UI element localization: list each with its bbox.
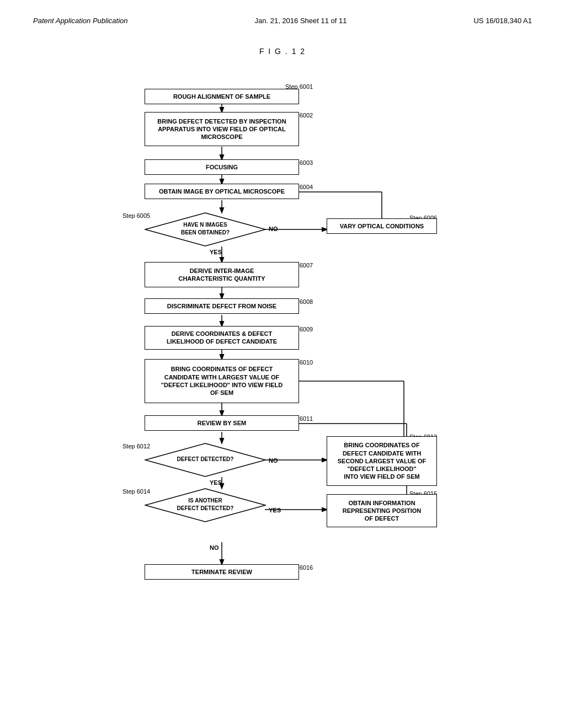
svg-text:IS ANOTHER: IS ANOTHER [188,497,222,504]
box-focusing: FOCUSING [145,159,299,175]
svg-text:DEFECT DETECTED?: DEFECT DETECTED? [177,505,234,511]
header-patent-number: US 16/018,340 A1 [473,17,532,25]
page: Patent Application Publication Jan. 21, … [0,0,565,728]
box-discriminate: DISCRIMINATE DEFECT FROM NOISE [145,298,299,314]
box-rough-alignment: ROUGH ALIGNMENT OF SAMPLE [145,89,299,104]
header-publication: Patent Application Publication [33,17,128,25]
figure-title: F I G . 1 2 [33,47,532,56]
label-yes-6014: YES [269,507,281,513]
box-obtain-info: OBTAIN INFORMATIONREPRESENTING POSITIONO… [327,494,437,527]
label-no-6014: NO [210,544,219,551]
box-terminate: TERMINATE REVIEW [145,564,299,580]
header-date-sheet: Jan. 21, 2016 Sheet 11 of 11 [255,17,347,25]
diamond-defect-detected: DEFECT DETECTED? [145,443,266,477]
flowchart: Step 6001 ROUGH ALIGNMENT OF SAMPLE Step… [89,72,476,596]
label-no-6005: NO [269,226,278,232]
svg-text:DEFECT DETECTED?: DEFECT DETECTED? [177,456,234,462]
box-derive-coords: DERIVE COORDINATES & DEFECTLIKELIHOOD OF… [145,326,299,350]
box-derive-inter: DERIVE INTER-IMAGECHARACTERISTIC QUANTIT… [145,262,299,287]
diamond-have-n-images: HAVE N IMAGES BEEN OBTAINED? [145,212,266,247]
box-vary-optical: VARY OPTICAL CONDITIONS [327,218,437,234]
box-bring-defect: BRING DEFECT DETECTED BY INSPECTIONAPPAR… [145,112,299,146]
page-header: Patent Application Publication Jan. 21, … [33,17,532,25]
svg-text:HAVE N IMAGES: HAVE N IMAGES [183,222,227,228]
box-review-sem: REVIEW BY SEM [145,415,299,431]
label-no-6012: NO [269,457,278,464]
box-obtain-image: OBTAIN IMAGE BY OPTICAL MICROSCOPE [145,184,299,199]
label-yes-6012: YES [210,479,222,486]
svg-text:BEEN OBTAINED?: BEEN OBTAINED? [181,229,230,235]
diamond-another-defect: IS ANOTHER DEFECT DETECTED? [145,488,266,522]
box-bring-second: BRING COORDINATES OFDEFECT CANDIDATE WIT… [327,436,437,486]
label-yes-6005: YES [210,249,222,255]
box-bring-coords: BRING COORDINATES OF DEFECTCANDIDATE WIT… [145,359,299,403]
